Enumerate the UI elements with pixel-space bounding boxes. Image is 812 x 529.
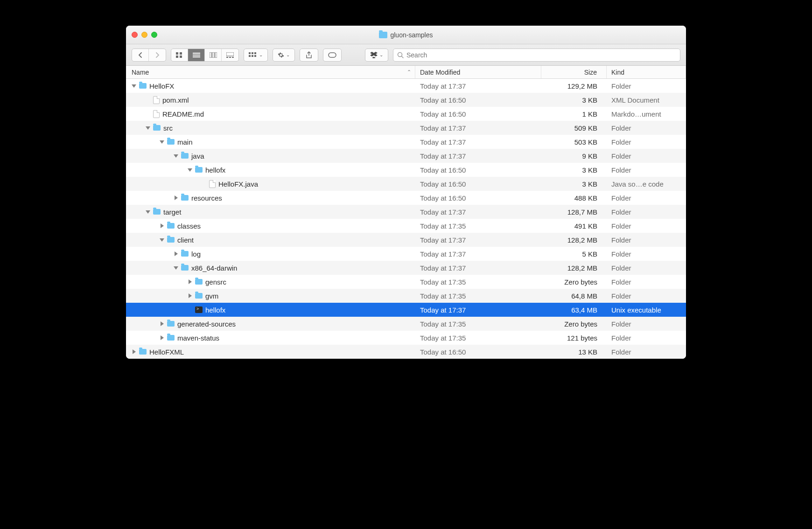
svg-rect-8 xyxy=(212,52,214,58)
file-row[interactable]: targetToday at 17:37128,7 MBFolder xyxy=(126,205,686,219)
tags-button[interactable] xyxy=(323,49,342,62)
svg-rect-18 xyxy=(252,55,253,57)
column-header-kind-label: Kind xyxy=(611,69,624,76)
column-header-date[interactable]: Date Modified xyxy=(415,66,541,78)
column-header-kind[interactable]: Kind xyxy=(607,66,686,78)
name-cell: HelloFXML xyxy=(126,348,415,356)
svg-rect-14 xyxy=(249,52,251,54)
name-cell: gvm xyxy=(126,292,415,300)
file-row[interactable]: hellofxToday at 16:503 KBFolder xyxy=(126,163,686,177)
file-kind: Folder xyxy=(607,222,686,230)
file-size: 128,7 MB xyxy=(541,208,607,216)
share-button[interactable] xyxy=(300,49,318,62)
minimize-window-button[interactable] xyxy=(141,32,147,38)
svg-line-22 xyxy=(402,56,404,58)
dropbox-button[interactable]: ⌄ xyxy=(365,49,388,62)
disclosure-triangle-icon[interactable] xyxy=(188,279,192,284)
arrange-button[interactable]: ⌄ xyxy=(244,49,268,62)
back-button[interactable] xyxy=(132,49,149,61)
file-row[interactable]: HelloFX.javaToday at 16:503 KBJava so…e … xyxy=(126,177,686,191)
disclosure-triangle-icon[interactable] xyxy=(146,125,150,130)
file-name: log xyxy=(191,250,201,258)
window-title-text: gluon-samples xyxy=(390,31,433,39)
columns-icon xyxy=(210,52,217,58)
file-name: src xyxy=(163,124,173,132)
file-row[interactable]: logToday at 17:375 KBFolder xyxy=(126,247,686,261)
action-button[interactable]: ⌄ xyxy=(273,49,295,62)
close-window-button[interactable] xyxy=(132,32,138,38)
view-columns-button[interactable] xyxy=(205,49,222,61)
file-date: Today at 17:37 xyxy=(415,152,541,160)
file-row[interactable]: hellofxToday at 17:3763,4 MBUnix executa… xyxy=(126,303,686,317)
column-header-name[interactable]: Name ⌃ xyxy=(126,66,415,78)
disclosure-triangle-icon[interactable] xyxy=(146,209,150,214)
svg-rect-3 xyxy=(180,56,182,58)
column-header-size-label: Size xyxy=(584,69,597,76)
name-cell: resources xyxy=(126,194,415,202)
disclosure-triangle-icon[interactable] xyxy=(132,349,136,354)
svg-rect-10 xyxy=(226,52,234,56)
file-name: classes xyxy=(177,222,201,230)
file-row[interactable]: README.mdToday at 16:501 KBMarkdo…ument xyxy=(126,107,686,121)
name-cell: gensrc xyxy=(126,278,415,286)
file-kind: Unix executable xyxy=(607,306,686,314)
file-name: gensrc xyxy=(205,278,226,286)
name-cell: x86_64-darwin xyxy=(126,264,415,272)
disclosure-triangle-icon[interactable] xyxy=(160,335,164,340)
folder-icon xyxy=(379,32,387,38)
file-list[interactable]: HelloFXToday at 17:37129,2 MBFolderpom.x… xyxy=(126,79,686,359)
column-header-size[interactable]: Size xyxy=(541,66,607,78)
name-cell: log xyxy=(126,250,415,258)
file-row[interactable]: HelloFXToday at 17:37129,2 MBFolder xyxy=(126,79,686,93)
disclosure-triangle-icon[interactable] xyxy=(188,167,192,172)
name-cell: client xyxy=(126,236,415,244)
disclosure-triangle-icon[interactable] xyxy=(174,195,178,200)
disclosure-triangle-icon[interactable] xyxy=(160,321,164,326)
disclosure-triangle-icon[interactable] xyxy=(160,139,164,144)
file-row[interactable]: HelloFXMLToday at 16:5013 KBFolder xyxy=(126,345,686,359)
file-icon xyxy=(153,96,160,104)
chevron-down-icon: ⌄ xyxy=(286,52,290,57)
disclosure-triangle-icon[interactable] xyxy=(174,153,178,158)
file-row[interactable]: srcToday at 17:37509 KBFolder xyxy=(126,121,686,135)
file-row[interactable]: classesToday at 17:35491 KBFolder xyxy=(126,219,686,233)
disclosure-triangle-icon[interactable] xyxy=(160,223,164,228)
zoom-window-button[interactable] xyxy=(151,32,157,38)
forward-button[interactable] xyxy=(149,49,166,61)
file-row[interactable]: mainToday at 17:37503 KBFolder xyxy=(126,135,686,149)
file-row[interactable]: pom.xmlToday at 16:503 KBXML Document xyxy=(126,93,686,107)
gallery-icon xyxy=(226,52,234,58)
view-list-button[interactable] xyxy=(188,49,205,61)
file-date: Today at 17:37 xyxy=(415,208,541,216)
search-field[interactable] xyxy=(393,49,680,62)
folder-icon xyxy=(153,209,161,215)
file-row[interactable]: gensrcToday at 17:35Zero bytesFolder xyxy=(126,275,686,289)
file-row[interactable]: clientToday at 17:37128,2 MBFolder xyxy=(126,233,686,247)
view-icon-button[interactable] xyxy=(171,49,188,61)
file-size: Zero bytes xyxy=(541,278,607,286)
disclosure-triangle-icon[interactable] xyxy=(132,84,136,88)
disclosure-triangle-icon[interactable] xyxy=(188,293,192,298)
name-cell: src xyxy=(126,124,415,132)
file-row[interactable]: resourcesToday at 16:50488 KBFolder xyxy=(126,191,686,205)
disclosure-triangle-icon[interactable] xyxy=(174,251,178,256)
file-size: 9 KB xyxy=(541,152,607,160)
name-cell: classes xyxy=(126,222,415,230)
file-row[interactable]: maven-statusToday at 17:35121 bytesFolde… xyxy=(126,331,686,345)
file-row[interactable]: javaToday at 17:379 KBFolder xyxy=(126,149,686,163)
file-row[interactable]: gvmToday at 17:3564,8 MBFolder xyxy=(126,289,686,303)
file-kind: Markdo…ument xyxy=(607,110,686,118)
file-size: 491 KB xyxy=(541,222,607,230)
disclosure-triangle-icon[interactable] xyxy=(174,265,178,270)
file-date: Today at 16:50 xyxy=(415,348,541,356)
column-header-date-label: Date Modified xyxy=(420,69,460,76)
file-size: 488 KB xyxy=(541,194,607,202)
name-cell: pom.xml xyxy=(126,96,415,104)
disclosure-triangle-icon[interactable] xyxy=(160,237,164,242)
folder-icon xyxy=(195,279,203,285)
file-row[interactable]: generated-sourcesToday at 17:35Zero byte… xyxy=(126,317,686,331)
file-kind: Folder xyxy=(607,250,686,258)
file-row[interactable]: x86_64-darwinToday at 17:37128,2 MBFolde… xyxy=(126,261,686,275)
search-input[interactable] xyxy=(406,51,676,59)
view-gallery-button[interactable] xyxy=(222,49,238,61)
